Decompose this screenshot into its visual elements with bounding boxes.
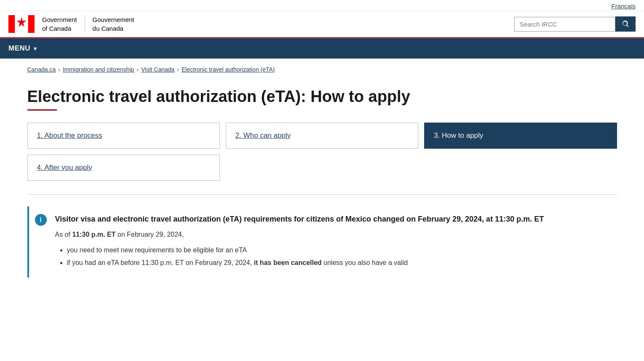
logo-area: Government of Canada Gouvernement du Can…	[8, 15, 134, 33]
title-underline	[27, 109, 57, 111]
info-icon: i	[35, 214, 47, 226]
menu-label: MENU	[8, 44, 30, 53]
breadcrumb-visit-canada[interactable]: Visit Canada	[141, 66, 174, 73]
gov-title-fr: Gouvernement du Canada	[93, 15, 134, 33]
chevron-down-icon: ▾	[34, 45, 37, 52]
notice-bold-time: 11:30 p.m. ET	[72, 231, 115, 238]
step-1-button[interactable]: 1. About the process	[27, 123, 220, 149]
breadcrumb-sep-2: ›	[137, 66, 139, 73]
top-bar: Français	[0, 0, 644, 11]
breadcrumb-eta[interactable]: Electronic travel authorization (eTA)	[182, 66, 275, 73]
breadcrumb-sep-3: ›	[177, 66, 179, 73]
notice-icon-col: i	[29, 206, 53, 278]
svg-rect-0	[8, 15, 15, 33]
breadcrumb-sep-1: ›	[58, 66, 60, 73]
breadcrumb-home[interactable]: Canada.ca	[27, 66, 56, 73]
menu-bar: MENU ▾	[0, 38, 644, 59]
search-input[interactable]	[514, 17, 615, 32]
notice-bullet-2: if you had an eTA before 11:30 p.m. ET o…	[67, 257, 609, 268]
notice-list: you need to meet new requirements to be …	[55, 245, 609, 268]
notice-title: Visitor visa and electronic travel autho…	[55, 214, 609, 224]
search-icon	[621, 20, 630, 28]
main-content: Canada.ca › Immigration and citizenship …	[15, 59, 630, 278]
step-4-button[interactable]: 4. After you apply	[27, 155, 220, 181]
menu-button[interactable]: MENU ▾	[8, 38, 45, 59]
notice-cancelled-text: it has been cancelled	[254, 259, 322, 266]
notice-box: i Visitor visa and electronic travel aut…	[27, 206, 617, 278]
step-3-button[interactable]: 3. How to apply	[424, 123, 617, 149]
header-divider	[85, 16, 85, 32]
canada-flag-icon	[8, 15, 35, 33]
notice-content: Visitor visa and electronic travel autho…	[53, 206, 617, 278]
search-button[interactable]	[615, 16, 636, 32]
section-divider	[27, 194, 617, 195]
svg-rect-1	[28, 15, 35, 33]
site-header: Government of Canada Gouvernement du Can…	[0, 11, 644, 38]
breadcrumb: Canada.ca › Immigration and citizenship …	[27, 59, 617, 77]
page-title: Electronic travel authorization (eTA): H…	[27, 87, 617, 107]
notice-bullet-1: you need to meet new requirements to be …	[67, 245, 609, 256]
steps-nav-row2: 4. After you apply	[27, 155, 617, 181]
steps-nav-row1: 1. About the process 2. Who can apply 3.…	[27, 123, 617, 149]
notice-intro: As of 11:30 p.m. ET on February 29, 2024…	[55, 229, 609, 240]
language-toggle[interactable]: Français	[611, 3, 636, 10]
gov-title: Government of Canada	[42, 15, 77, 33]
breadcrumb-immigration[interactable]: Immigration and citizenship	[63, 66, 134, 73]
search-area	[514, 16, 636, 32]
step-2-button[interactable]: 2. Who can apply	[226, 123, 418, 149]
